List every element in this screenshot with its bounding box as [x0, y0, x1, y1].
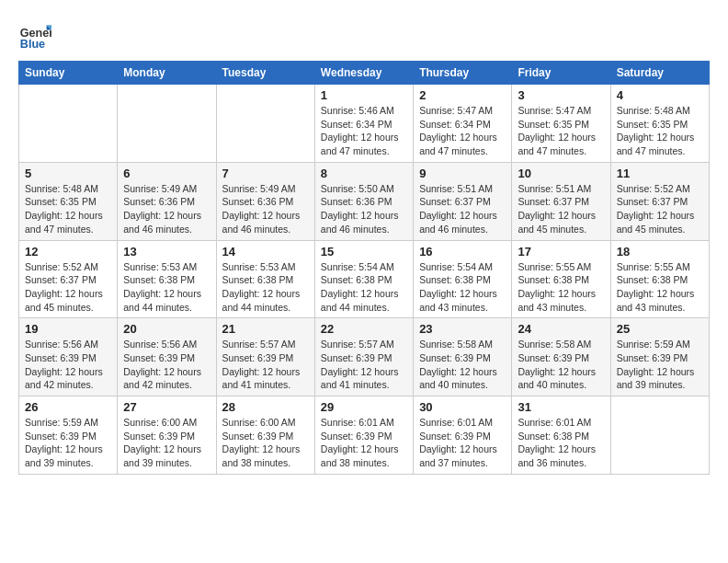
- day-info: Sunrise: 5:53 AMSunset: 6:38 PMDaylight:…: [222, 260, 309, 315]
- calendar-cell: 11Sunrise: 5:52 AMSunset: 6:37 PMDayligh…: [610, 162, 709, 240]
- day-info: Sunrise: 6:01 AMSunset: 6:39 PMDaylight:…: [419, 416, 506, 470]
- day-number: 8: [321, 167, 407, 180]
- day-info: Sunrise: 5:56 AMSunset: 6:39 PMDaylight:…: [25, 338, 111, 392]
- day-number: 14: [222, 245, 309, 259]
- calendar-cell: 13Sunrise: 5:53 AMSunset: 6:38 PMDayligh…: [118, 240, 216, 318]
- calendar-cell: 30Sunrise: 6:01 AMSunset: 6:39 PMDayligh…: [414, 396, 512, 475]
- day-info: Sunrise: 5:50 AMSunset: 6:36 PMDaylight:…: [321, 182, 407, 236]
- day-number: 1: [321, 88, 407, 102]
- day-info: Sunrise: 6:01 AMSunset: 6:39 PMDaylight:…: [321, 416, 407, 470]
- calendar-cell: 3Sunrise: 5:47 AMSunset: 6:35 PMDaylight…: [512, 85, 610, 163]
- day-number: 15: [321, 245, 407, 259]
- day-number: 26: [25, 400, 111, 414]
- day-info: Sunrise: 5:51 AMSunset: 6:37 PMDaylight:…: [518, 182, 604, 236]
- day-info: Sunrise: 5:56 AMSunset: 6:39 PMDaylight:…: [123, 338, 210, 392]
- page: General Blue SundayMondayTuesdayWednesda…: [0, 0, 728, 484]
- svg-text:Blue: Blue: [20, 38, 45, 51]
- day-info: Sunrise: 5:54 AMSunset: 6:38 PMDaylight:…: [321, 260, 407, 315]
- day-info: Sunrise: 5:55 AMSunset: 6:38 PMDaylight:…: [518, 260, 604, 315]
- calendar-cell: 5Sunrise: 5:48 AMSunset: 6:35 PMDaylight…: [19, 162, 118, 240]
- calendar-cell: 14Sunrise: 5:53 AMSunset: 6:38 PMDayligh…: [216, 240, 314, 318]
- day-info: Sunrise: 5:48 AMSunset: 6:35 PMDaylight:…: [25, 182, 111, 236]
- day-number: 4: [617, 88, 703, 102]
- day-number: 29: [321, 400, 407, 414]
- calendar-week-row: 26Sunrise: 5:59 AMSunset: 6:39 PMDayligh…: [19, 396, 710, 475]
- calendar-cell: 12Sunrise: 5:52 AMSunset: 6:37 PMDayligh…: [19, 240, 118, 318]
- day-number: 12: [25, 245, 111, 259]
- calendar-cell: 17Sunrise: 5:55 AMSunset: 6:38 PMDayligh…: [512, 240, 610, 318]
- day-info: Sunrise: 5:49 AMSunset: 6:36 PMDaylight:…: [222, 182, 309, 236]
- day-number: 22: [321, 322, 407, 336]
- header: General Blue: [18, 18, 710, 52]
- day-info: Sunrise: 5:59 AMSunset: 6:39 PMDaylight:…: [617, 338, 703, 392]
- day-info: Sunrise: 5:52 AMSunset: 6:37 PMDaylight:…: [617, 182, 703, 236]
- day-number: 28: [222, 400, 309, 414]
- day-info: Sunrise: 5:46 AMSunset: 6:34 PMDaylight:…: [321, 104, 407, 158]
- calendar-week-row: 1Sunrise: 5:46 AMSunset: 6:34 PMDaylight…: [19, 85, 710, 163]
- calendar-cell: 21Sunrise: 5:57 AMSunset: 6:39 PMDayligh…: [216, 318, 314, 396]
- calendar-cell: [19, 85, 118, 163]
- calendar-cell: 25Sunrise: 5:59 AMSunset: 6:39 PMDayligh…: [610, 318, 709, 396]
- day-info: Sunrise: 5:55 AMSunset: 6:38 PMDaylight:…: [617, 260, 703, 315]
- day-number: 24: [518, 322, 604, 336]
- day-number: 9: [419, 167, 506, 180]
- calendar-cell: 10Sunrise: 5:51 AMSunset: 6:37 PMDayligh…: [512, 162, 610, 240]
- day-info: Sunrise: 5:57 AMSunset: 6:39 PMDaylight:…: [321, 338, 407, 392]
- day-info: Sunrise: 5:58 AMSunset: 6:39 PMDaylight:…: [518, 338, 604, 392]
- calendar-cell: 27Sunrise: 6:00 AMSunset: 6:39 PMDayligh…: [118, 396, 216, 475]
- logo-icon: General Blue: [18, 18, 51, 52]
- calendar-week-row: 12Sunrise: 5:52 AMSunset: 6:37 PMDayligh…: [19, 240, 710, 318]
- weekday-header-tuesday: Tuesday: [216, 62, 314, 85]
- day-number: 16: [419, 245, 506, 259]
- calendar-cell: 9Sunrise: 5:51 AMSunset: 6:37 PMDaylight…: [414, 162, 512, 240]
- calendar-cell: 1Sunrise: 5:46 AMSunset: 6:34 PMDaylight…: [314, 85, 413, 163]
- day-number: 11: [617, 167, 703, 180]
- weekday-header-sunday: Sunday: [19, 62, 118, 85]
- day-info: Sunrise: 6:01 AMSunset: 6:38 PMDaylight:…: [518, 416, 604, 470]
- weekday-header-friday: Friday: [512, 62, 610, 85]
- calendar-cell: [118, 85, 216, 163]
- day-info: Sunrise: 6:00 AMSunset: 6:39 PMDaylight:…: [123, 416, 210, 470]
- day-info: Sunrise: 5:59 AMSunset: 6:39 PMDaylight:…: [25, 416, 111, 470]
- day-info: Sunrise: 6:00 AMSunset: 6:39 PMDaylight:…: [222, 416, 309, 470]
- day-number: 23: [419, 322, 506, 336]
- day-info: Sunrise: 5:53 AMSunset: 6:38 PMDaylight:…: [123, 260, 210, 315]
- weekday-header-row: SundayMondayTuesdayWednesdayThursdayFrid…: [19, 62, 710, 85]
- day-info: Sunrise: 5:49 AMSunset: 6:36 PMDaylight:…: [123, 182, 210, 236]
- day-number: 21: [222, 322, 309, 336]
- day-info: Sunrise: 5:54 AMSunset: 6:38 PMDaylight:…: [419, 260, 506, 315]
- day-number: 7: [222, 167, 309, 180]
- weekday-header-thursday: Thursday: [414, 62, 512, 85]
- calendar-cell: 31Sunrise: 6:01 AMSunset: 6:38 PMDayligh…: [512, 396, 610, 475]
- day-number: 17: [518, 245, 604, 259]
- day-number: 31: [518, 400, 604, 414]
- calendar-cell: 20Sunrise: 5:56 AMSunset: 6:39 PMDayligh…: [118, 318, 216, 396]
- day-number: 30: [419, 400, 506, 414]
- calendar-table: SundayMondayTuesdayWednesdayThursdayFrid…: [18, 61, 710, 475]
- calendar-cell: [216, 85, 314, 163]
- calendar-cell: 8Sunrise: 5:50 AMSunset: 6:36 PMDaylight…: [314, 162, 413, 240]
- weekday-header-wednesday: Wednesday: [314, 62, 413, 85]
- calendar-cell: 15Sunrise: 5:54 AMSunset: 6:38 PMDayligh…: [314, 240, 413, 318]
- day-info: Sunrise: 5:57 AMSunset: 6:39 PMDaylight:…: [222, 338, 309, 392]
- day-number: 13: [123, 245, 210, 259]
- day-number: 5: [25, 167, 111, 180]
- calendar-cell: 6Sunrise: 5:49 AMSunset: 6:36 PMDaylight…: [118, 162, 216, 240]
- day-info: Sunrise: 5:48 AMSunset: 6:35 PMDaylight:…: [617, 104, 703, 158]
- calendar-cell: 22Sunrise: 5:57 AMSunset: 6:39 PMDayligh…: [314, 318, 413, 396]
- calendar-cell: 26Sunrise: 5:59 AMSunset: 6:39 PMDayligh…: [19, 396, 118, 475]
- day-number: 27: [123, 400, 210, 414]
- day-number: 18: [617, 245, 703, 259]
- day-info: Sunrise: 5:47 AMSunset: 6:34 PMDaylight:…: [419, 104, 506, 158]
- calendar-cell: 29Sunrise: 6:01 AMSunset: 6:39 PMDayligh…: [314, 396, 413, 475]
- calendar-week-row: 19Sunrise: 5:56 AMSunset: 6:39 PMDayligh…: [19, 318, 710, 396]
- day-info: Sunrise: 5:58 AMSunset: 6:39 PMDaylight:…: [419, 338, 506, 392]
- day-info: Sunrise: 5:51 AMSunset: 6:37 PMDaylight:…: [419, 182, 506, 236]
- day-number: 10: [518, 167, 604, 180]
- day-number: 6: [123, 167, 210, 180]
- calendar-cell: 4Sunrise: 5:48 AMSunset: 6:35 PMDaylight…: [610, 85, 709, 163]
- day-info: Sunrise: 5:47 AMSunset: 6:35 PMDaylight:…: [518, 104, 604, 158]
- weekday-header-saturday: Saturday: [610, 62, 709, 85]
- logo: General Blue: [18, 18, 57, 52]
- weekday-header-monday: Monday: [118, 62, 216, 85]
